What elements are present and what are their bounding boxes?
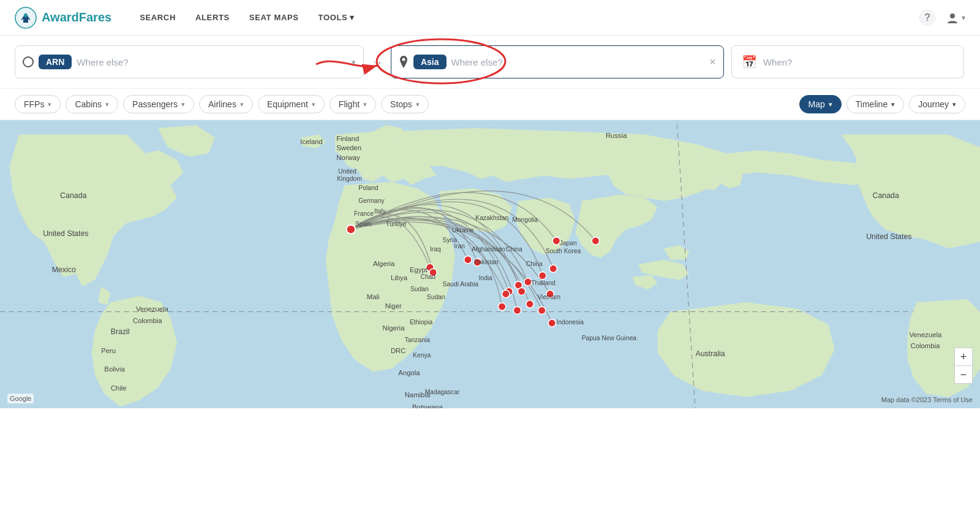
stops-chevron-icon: ▾	[416, 101, 420, 109]
svg-point-16	[592, 237, 599, 245]
svg-text:Pakistan: Pakistan	[474, 259, 499, 265]
svg-text:Iran: Iran	[454, 243, 465, 250]
nav-search[interactable]: SEARCH	[131, 8, 184, 27]
nav-tools[interactable]: TOOLS ▾	[310, 8, 363, 27]
cabins-chevron-icon: ▾	[105, 101, 109, 109]
from-placeholder: Where else?	[77, 57, 128, 67]
svg-text:Spain: Spain	[355, 221, 372, 227]
svg-text:Kingdom: Kingdom	[337, 175, 362, 182]
svg-text:South Korea: South Korea	[546, 248, 581, 254]
header: AwardFares SEARCH ALERTS SEAT MAPS TOOLS…	[0, 0, 980, 36]
when-placeholder: When?	[763, 57, 793, 67]
when-field[interactable]: 📅 When?	[731, 45, 964, 78]
svg-text:Colombia: Colombia	[133, 317, 163, 324]
journey-chevron-icon: ▾	[952, 101, 956, 109]
svg-text:Russia: Russia	[606, 132, 627, 139]
svg-point-27	[548, 319, 556, 327]
filter-ffps[interactable]: FFPs ▾	[15, 95, 61, 113]
user-chevron-icon: ▾	[962, 13, 965, 22]
svg-text:Kazakhstan: Kazakhstan	[475, 215, 508, 221]
svg-point-17	[549, 265, 557, 272]
to-placeholder: Where else?	[451, 57, 503, 67]
view-timeline-button[interactable]: Timeline ▾	[846, 95, 904, 113]
svg-text:Japan: Japan	[560, 240, 577, 246]
svg-text:Mexico: Mexico	[52, 265, 76, 274]
filter-passengers[interactable]: Passengers ▾	[123, 95, 194, 113]
arrow-divider: →	[371, 55, 383, 69]
search-section: ARN Where else? ▾ →	[0, 36, 980, 89]
view-controls: Map ▾ Timeline ▾ Journey ▾	[799, 95, 965, 113]
nav-seat-maps[interactable]: SEAT MAPS	[241, 8, 307, 27]
filter-stops[interactable]: Stops ▾	[381, 95, 429, 113]
map-container[interactable]: Canada United States Mexico Brazil Peru …	[0, 120, 980, 408]
logo[interactable]: AwardFares	[15, 7, 111, 29]
user-icon	[946, 11, 959, 25]
filter-cabins[interactable]: Cabins ▾	[66, 95, 118, 113]
map-chevron-icon: ▾	[829, 101, 832, 109]
equipment-chevron-icon: ▾	[312, 101, 315, 109]
view-map-button[interactable]: Map ▾	[799, 95, 842, 113]
zoom-in-button[interactable]: +	[955, 348, 972, 365]
filter-flight[interactable]: Flight ▾	[330, 95, 376, 113]
world-map: Canada United States Mexico Brazil Peru …	[0, 120, 980, 408]
svg-text:Ethiopia: Ethiopia	[410, 319, 433, 326]
view-journey-button[interactable]: Journey ▾	[909, 95, 965, 113]
svg-point-18	[538, 272, 546, 279]
svg-text:Australia: Australia	[695, 349, 725, 358]
svg-text:Algeria: Algeria	[373, 260, 395, 267]
svg-text:Colombia: Colombia	[910, 342, 940, 349]
svg-text:United States: United States	[866, 232, 911, 241]
svg-text:Afghanistan: Afghanistan	[472, 246, 505, 253]
svg-text:Venezuela: Venezuela	[136, 305, 169, 313]
annotation-arrow	[310, 49, 383, 80]
svg-text:Ukraine: Ukraine	[452, 227, 474, 234]
svg-text:France: France	[354, 210, 374, 217]
filter-bar: FFPs ▾ Cabins ▾ Passengers ▾ Airlines ▾ …	[0, 89, 980, 120]
svg-text:Bolivia: Bolivia	[104, 365, 125, 373]
svg-text:India: India	[478, 275, 492, 281]
to-field[interactable]: Asia Where else? ×	[391, 45, 724, 78]
svg-text:China: China	[506, 246, 522, 253]
map-attribution: Google	[7, 394, 34, 403]
svg-text:Venezuela: Venezuela	[909, 331, 942, 338]
svg-text:Germany: Germany	[358, 197, 385, 204]
logo-text: AwardFares	[42, 10, 111, 25]
help-icon[interactable]: ?	[919, 9, 936, 26]
user-menu[interactable]: ▾	[946, 11, 965, 25]
filter-airlines[interactable]: Airlines ▾	[199, 95, 253, 113]
filter-equipment[interactable]: Equipment ▾	[258, 95, 325, 113]
svg-text:Niger: Niger	[385, 302, 402, 310]
to-clear-button[interactable]: ×	[709, 56, 716, 69]
svg-text:Iraq: Iraq	[430, 246, 441, 253]
svg-point-23	[526, 300, 533, 308]
svg-text:Norway: Norway	[336, 154, 360, 161]
header-right: ? ▾	[919, 9, 965, 26]
svg-text:Saudi Arabia: Saudi Arabia	[443, 281, 479, 288]
svg-point-25	[498, 303, 505, 310]
svg-text:Brazil: Brazil	[111, 327, 130, 336]
svg-text:Sudan: Sudan	[427, 294, 445, 300]
svg-text:Sweden: Sweden	[336, 144, 361, 151]
svg-text:Türkiye: Türkiye	[386, 221, 407, 227]
svg-text:Chile: Chile	[111, 384, 127, 392]
logo-icon	[15, 7, 37, 29]
passengers-chevron-icon: ▾	[181, 101, 185, 109]
svg-text:Poland: Poland	[358, 185, 378, 191]
map-copyright: Map data ©2023 Terms of Use	[881, 396, 973, 403]
nav-alerts[interactable]: ALERTS	[187, 8, 238, 27]
svg-text:Libya: Libya	[391, 274, 408, 281]
to-chip[interactable]: Asia	[413, 55, 447, 69]
from-chip[interactable]: ARN	[39, 55, 72, 69]
svg-point-26	[538, 307, 545, 314]
svg-point-2	[950, 13, 955, 18]
tools-chevron-icon: ▾	[350, 13, 355, 22]
svg-text:Tanzania: Tanzania	[405, 337, 431, 343]
svg-text:DRC: DRC	[391, 347, 406, 354]
svg-text:Peru: Peru	[101, 347, 116, 354]
airlines-chevron-icon: ▾	[240, 101, 244, 109]
zoom-out-button[interactable]: −	[955, 366, 972, 383]
svg-text:Mongolia: Mongolia	[512, 216, 538, 223]
zoom-controls: + −	[954, 348, 973, 384]
svg-text:China: China	[526, 261, 543, 267]
svg-text:Canada: Canada	[60, 191, 86, 200]
